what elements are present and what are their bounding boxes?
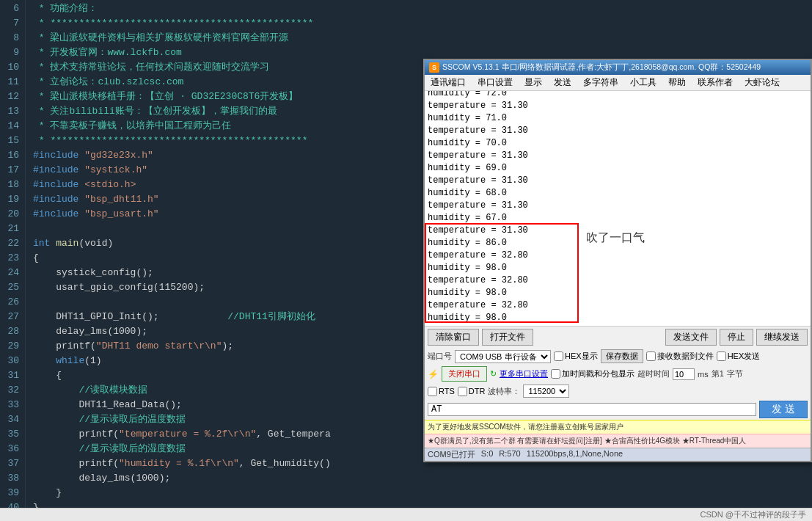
byte-label: 字节	[727, 368, 743, 379]
save-data-btn[interactable]: 保存数据	[601, 349, 643, 363]
code-token: "systick.h"	[84, 163, 147, 178]
code-token: //显示读取后的温度数据	[78, 412, 186, 427]
port-select[interactable]: COM9 USB 串行设备	[455, 350, 551, 363]
line-number: 24	[6, 266, 19, 280]
code-token: DHT11_GPIO_Init();	[33, 310, 159, 324]
baud-select[interactable]: 115200	[523, 385, 569, 398]
sscom-menu-item[interactable]: 大虾论坛	[739, 75, 786, 90]
sscom-data-line: temperature = 31.30	[428, 125, 808, 137]
continue-send-btn[interactable]: 继续发送	[756, 329, 808, 346]
sscom-menu-item[interactable]: 显示	[519, 75, 548, 90]
sscom-data-line: humidity = 98.0	[428, 262, 808, 274]
code-token: #include	[33, 148, 84, 163]
dtr-check[interactable]: DTR	[458, 387, 486, 396]
open-file-btn[interactable]: 打开文件	[482, 329, 533, 346]
sscom-menu-item[interactable]: 发送	[548, 75, 577, 90]
line-number: 35	[6, 427, 19, 442]
code-token: {	[33, 251, 39, 266]
sscom-menu-item[interactable]: 小工具	[624, 75, 662, 90]
hex-send-check[interactable]: HEX发送	[717, 351, 761, 362]
page-label: 第1	[712, 368, 724, 379]
rts-check[interactable]: RTS	[428, 387, 455, 396]
hex-display-check[interactable]: HEX显示	[554, 351, 598, 362]
code-line: * 功能介绍：	[33, 1, 812, 16]
code-token: "DHT11 demo start\r\n"	[96, 339, 222, 354]
port-label: 端口号	[428, 351, 452, 362]
line-number: 31	[6, 368, 19, 383]
sscom-menu-item[interactable]: 多字符串	[577, 75, 624, 90]
code-token: "gd32e23x.h"	[84, 148, 153, 163]
clear-window-btn[interactable]: 清除窗口	[428, 329, 479, 346]
sscom-menu-item[interactable]: 通讯端口	[425, 75, 472, 90]
code-token: * **************************************…	[33, 16, 313, 31]
code-token: * 开发板官网：www.lckfb.com	[33, 45, 182, 60]
line-number: 34	[6, 412, 19, 427]
line-number: 29	[6, 339, 19, 354]
code-line: * **************************************…	[33, 16, 812, 31]
line-number: 28	[6, 324, 19, 339]
code-token: );	[222, 339, 233, 354]
line-number: 27	[6, 310, 19, 324]
code-token	[33, 412, 78, 427]
code-token: , Get_humidity()	[239, 456, 331, 471]
line-number: 8	[6, 31, 19, 45]
more-ports-label[interactable]: 更多串口设置	[500, 368, 548, 379]
sscom-menu-item[interactable]: 帮助	[662, 75, 692, 90]
sscom-data-line: temperature = 32.80	[428, 274, 808, 287]
send-btn[interactable]: 发 送	[759, 401, 808, 418]
code-token: (1)	[84, 354, 101, 368]
close-port-btn[interactable]: 关闭串口	[442, 366, 487, 382]
stop-btn[interactable]: 停止	[720, 329, 753, 346]
sscom-data-area[interactable]: temperature = 31.80humidity = 78.0temper…	[425, 91, 811, 326]
code-token: //DHT11引脚初始化	[159, 310, 315, 324]
code-token: //显示读取后的湿度数据	[78, 442, 186, 456]
code-token: "humidity = %.1f\r\n"	[119, 456, 239, 471]
timeout-input[interactable]: 10	[673, 368, 695, 380]
code-editor: 6789101112131415161718192021222324252627…	[0, 0, 812, 508]
sscom-menubar: 通讯端口串口设置显示发送多字符串小工具帮助联系作者大虾论坛	[425, 75, 811, 91]
line-number: 20	[6, 207, 19, 222]
sscom-menu-item[interactable]: 联系作者	[692, 75, 739, 90]
line-number: 13	[6, 104, 19, 119]
send-file-btn[interactable]: 发送文件	[665, 329, 717, 346]
code-token: #include	[33, 163, 84, 178]
baud-label: 波特率：	[488, 386, 520, 397]
sscom-window: S SSCOM V5.13.1 串口/网络数据调试器,作者:大虾丁丁,26180…	[423, 59, 812, 462]
line-number: 15	[6, 134, 19, 148]
line-number: 38	[6, 471, 19, 486]
code-token: while	[56, 354, 84, 368]
line-number: 14	[6, 119, 19, 134]
code-token: }	[33, 486, 62, 500]
code-token: * 关注bilibili账号：【立创开发板】，掌握我们的最	[33, 104, 277, 119]
code-token: (void)	[78, 236, 113, 251]
sscom-data-line: temperature = 31.30	[428, 200, 808, 212]
line-number: 19	[6, 192, 19, 207]
line-number: 21	[6, 222, 19, 236]
send-input[interactable]	[428, 403, 756, 416]
add-time-check[interactable]: 加时间戳和分包显示	[551, 368, 634, 379]
code-token: systick_config();	[33, 266, 153, 280]
code-token	[33, 383, 78, 398]
line-number: 7	[6, 16, 19, 31]
sscom-row3: RTS DTR 波特率： 115200	[425, 383, 811, 399]
code-token: main	[56, 236, 78, 251]
signal-icon: ⚡	[428, 369, 439, 379]
refresh-icon: ↻	[490, 369, 497, 379]
sscom-status-row1: 端口号 COM9 USB 串行设备 HEX显示 保存数据 接收数据到文件 HEX…	[425, 348, 811, 365]
csdn-bar: CSDN @千不过神评的段子手	[0, 508, 812, 521]
sscom-icon: S	[429, 62, 439, 73]
recv-to-file-check[interactable]: 接收数据到文件	[646, 351, 714, 362]
code-token: #include	[33, 178, 84, 192]
code-line: * 梁山派软硬件资料与相关扩展板软硬件资料官网全部开源	[33, 31, 812, 45]
code-token: , Get_tempera	[256, 427, 330, 442]
code-token	[33, 442, 78, 456]
bottom-btn-group-right: 发送文件 停止 继续发送	[665, 329, 808, 346]
sscom-statusbar: COM9已打开 S:0 R:570 115200bps,8,1,None,Non…	[425, 448, 811, 461]
sscom-menu-item[interactable]: 串口设置	[472, 75, 519, 90]
code-token: * 功能介绍：	[33, 1, 98, 16]
code-token: //读取模块数据	[78, 383, 147, 398]
sscom-title-text: SSCOM V5.13.1 串口/网络数据调试器,作者:大虾丁丁,2618058…	[442, 62, 761, 73]
code-token: * 梁山派模块移植手册：【立创 · GD32E230C8T6开发板】	[33, 90, 298, 104]
sscom-data-line: temperature = 31.30	[428, 175, 808, 187]
line-number: 25	[6, 280, 19, 295]
